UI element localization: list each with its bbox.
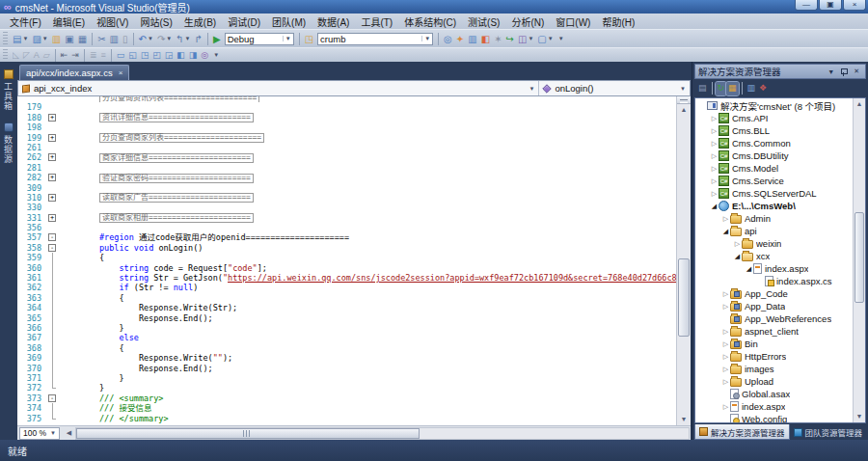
expanded-arrow-icon[interactable]: ◢ — [745, 265, 753, 273]
fold-margin[interactable] — [46, 293, 60, 303]
window-position-icon[interactable]: ▼ — [825, 68, 837, 75]
panel-title-bar[interactable]: 解决方案资源管理器 ▼ ✕ — [694, 64, 866, 79]
collapsed-region[interactable]: 读取商家广告====================== — [99, 193, 254, 203]
fold-margin[interactable] — [46, 183, 60, 193]
tree-item[interactable]: ▷Admin — [695, 212, 853, 225]
fold-margin[interactable] — [46, 143, 60, 152]
collapsed-arrow-icon[interactable]: ▷ — [710, 140, 719, 148]
fold-margin[interactable]: - — [46, 393, 60, 403]
tree-item[interactable]: ▷C#Cms.Model — [695, 162, 853, 175]
next-bookmark-button[interactable]: ◳ — [139, 48, 151, 63]
fold-margin[interactable] — [46, 102, 60, 112]
fold-margin[interactable] — [46, 364, 60, 373]
window-list-button[interactable]: ▢▼ — [535, 32, 555, 46]
fold-margin[interactable] — [46, 253, 60, 262]
menu-item[interactable]: 调试(D) — [222, 14, 266, 30]
menu-item[interactable]: 团队(M) — [266, 14, 312, 30]
fold-margin[interactable] — [46, 383, 60, 393]
collapsed-arrow-icon[interactable]: ▷ — [721, 403, 730, 411]
tree-item[interactable]: ◢api — [695, 225, 853, 237]
tree-item[interactable]: ◢index.aspx — [695, 262, 853, 275]
fold-margin[interactable]: + — [46, 113, 60, 122]
collapsed-arrow-icon[interactable]: ▷ — [733, 240, 742, 248]
scroll-down-arrow[interactable]: ▼ — [854, 411, 865, 422]
start-page-button[interactable]: ↪ — [504, 32, 516, 46]
web-search-button[interactable]: ◳ — [303, 32, 315, 46]
tree-item[interactable]: ▷images — [695, 363, 853, 375]
collapsed-arrow-icon[interactable]: ▷ — [721, 378, 730, 386]
command-window-button[interactable]: ✶ — [492, 32, 503, 46]
uncomment-button[interactable]: ≡ — [98, 48, 107, 63]
tree-item[interactable]: Web.config — [695, 413, 853, 422]
increase-indent-button[interactable]: ⇥ — [69, 48, 81, 63]
navigate-to-button[interactable]: ◎ — [442, 32, 454, 46]
extension-manager-button[interactable]: ✦ — [454, 32, 466, 46]
scroll-down-arrow[interactable]: ▼ — [677, 414, 691, 425]
toolbar-drag-handle[interactable] — [3, 49, 8, 60]
fold-toggle-icon[interactable]: + — [48, 194, 56, 202]
collapsed-region[interactable]: 验证商家密码====================== — [99, 174, 254, 183]
start-debugging-button[interactable]: ▶ — [211, 32, 223, 46]
format-selection-button[interactable]: ▱ — [41, 48, 52, 63]
collapsed-arrow-icon[interactable]: ▷ — [721, 215, 730, 223]
prev-bookmark-button[interactable]: ◱ — [126, 48, 139, 63]
minimize-button[interactable]: — — [795, 0, 818, 11]
scroll-up-arrow[interactable]: ▲ — [854, 98, 865, 110]
solution-explorer-toggle-button[interactable]: ▥ — [466, 32, 478, 46]
show-all-files-button[interactable]: ▦ — [726, 82, 739, 95]
refresh-button[interactable]: ↻ — [716, 82, 727, 95]
fold-margin[interactable]: + — [46, 193, 60, 203]
menu-item[interactable]: 数据(A) — [312, 14, 355, 30]
members-dropdown[interactable]: onLogin() ▼ — [539, 81, 690, 95]
horizontal-scroll-thumb[interactable] — [76, 428, 420, 439]
fold-margin[interactable] — [46, 414, 60, 423]
tree-item[interactable]: ▷C#Cms.SQLServerDAL — [695, 187, 853, 200]
close-button[interactable]: × — [843, 0, 866, 11]
tree-item[interactable]: ▷Upload — [695, 375, 853, 388]
fold-toggle-icon[interactable]: + — [48, 214, 56, 222]
next-bookmark-doc-button[interactable]: ◨ — [187, 48, 200, 63]
tree-item[interactable]: ▷C#Cms.Common — [695, 137, 853, 149]
collapsed-region[interactable]: 商家详细信息====================== — [99, 153, 254, 163]
collapsed-arrow-icon[interactable]: ▷ — [710, 115, 719, 122]
fold-margin[interactable] — [46, 263, 60, 273]
toggle-bookmark-button[interactable]: ▭ — [115, 48, 127, 63]
menu-item[interactable]: 窗口(W) — [550, 14, 596, 30]
vertical-scroll-thumb[interactable] — [678, 258, 690, 336]
navigate-backward-button[interactable]: ↰▼ — [174, 32, 192, 46]
prev-bookmark-folder-button[interactable]: ◰ — [150, 48, 163, 63]
fold-margin[interactable] — [46, 203, 60, 212]
clear-bookmarks-button[interactable]: ◎ — [199, 48, 210, 63]
restore-button[interactable]: ▣ — [819, 0, 842, 11]
fold-toggle-icon[interactable]: + — [48, 134, 56, 142]
tree-item[interactable]: ◢xcx — [695, 250, 853, 262]
collapsed-region[interactable]: 读取商家相册====================== — [99, 213, 254, 223]
panel-tab-solution-explorer[interactable]: 解决方案资源管理器 — [694, 424, 790, 440]
menu-item[interactable]: 工具(T) — [355, 14, 398, 30]
toolbar-overflow-button[interactable]: ▼ — [556, 36, 567, 41]
menu-item[interactable]: 测试(S) — [462, 14, 505, 30]
cut-button[interactable]: ✂ — [95, 32, 107, 46]
collapsed-arrow-icon[interactable]: ▷ — [710, 165, 719, 173]
tree-scroll-track[interactable] — [854, 110, 865, 411]
tree-item[interactable]: ▷HttpErrors — [695, 350, 853, 363]
fold-margin[interactable]: + — [46, 133, 60, 143]
fold-toggle-icon[interactable]: + — [48, 153, 56, 161]
tree-item[interactable]: ▷C#Cms.BLL — [695, 124, 853, 137]
error-list-button[interactable]: ◧ — [479, 32, 492, 46]
menu-item[interactable]: 网站(S) — [134, 14, 177, 30]
copy-button[interactable]: ▥ — [108, 32, 121, 46]
splitter-handle[interactable] — [677, 96, 691, 104]
types-dropdown[interactable]: api_xcx_index ▼ — [18, 81, 539, 95]
fold-margin[interactable] — [46, 353, 60, 363]
tree-scroll-thumb[interactable] — [854, 212, 864, 303]
fold-margin[interactable]: + — [46, 213, 60, 223]
scroll-up-arrow[interactable]: ▲ — [677, 104, 691, 116]
expanded-arrow-icon[interactable]: ◢ — [733, 253, 742, 260]
vertical-scrollbar[interactable]: ▲ ▼ — [676, 96, 691, 425]
code-editor[interactable]: 分页查询资讯列表====================179180+资讯详细信… — [17, 96, 676, 425]
fold-margin[interactable]: + — [46, 173, 60, 182]
panel-close-icon[interactable]: ✕ — [851, 68, 862, 75]
collapse-all-button[interactable]: ▤ — [696, 82, 709, 95]
expanded-arrow-icon[interactable]: ◢ — [710, 203, 719, 210]
